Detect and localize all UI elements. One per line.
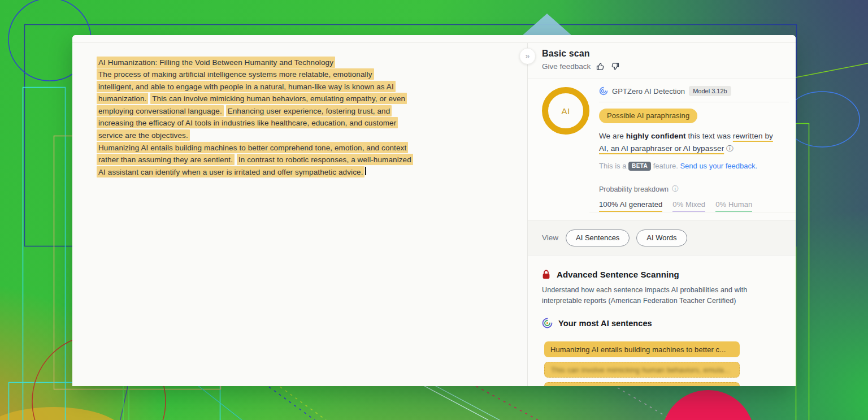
crimson-circle-shape bbox=[662, 390, 754, 420]
light-diagonal2-shape bbox=[431, 383, 500, 420]
view-buttons: AI SentencesAI Words bbox=[566, 230, 687, 246]
cyan-rect2-shape bbox=[9, 383, 220, 420]
ai-sentence-chip[interactable]: Humanizing AI entails building machines … bbox=[544, 341, 740, 357]
advanced-scanning-title: Advanced Sentence Scanning bbox=[557, 270, 679, 279]
app-window: AI Humanization: Filling the Void Betwee… bbox=[72, 35, 796, 386]
highlighted-text: Enhancing user experience, fostering tru… bbox=[226, 105, 392, 116]
ai-sentence-chips: Humanizing AI entails building machines … bbox=[544, 341, 782, 386]
ai-sentence-text: Humanizing AI entails building machines … bbox=[550, 345, 726, 354]
document-line: rather than assuming they are sentient. … bbox=[97, 154, 510, 166]
verdict-badge: Possible AI paraphrasing bbox=[599, 109, 697, 123]
highlighted-text: Humanizing AI entails building machines … bbox=[97, 142, 408, 153]
green-rect-shape bbox=[796, 124, 809, 420]
info-icon[interactable]: ⓘ bbox=[672, 184, 679, 194]
detection-summary: We are highly confident this text was re… bbox=[599, 130, 781, 155]
green-line-shape bbox=[796, 63, 868, 77]
lock-icon bbox=[542, 270, 550, 279]
scan-title: Basic scan bbox=[542, 49, 796, 59]
highlighted-text: AI assistant can identify when a user is… bbox=[97, 166, 364, 177]
collapse-panel-button[interactable]: » bbox=[519, 48, 536, 64]
ai-score-label: AI bbox=[562, 106, 570, 116]
triangle-shape bbox=[523, 14, 571, 35]
crimson-dash-shape bbox=[471, 383, 538, 420]
text-caret bbox=[365, 167, 366, 175]
document-lines: AI Humanization: Filling the Void Betwee… bbox=[97, 56, 510, 178]
ai-sentence-chip[interactable]: This can involve mimicking human behavio… bbox=[544, 362, 740, 378]
probability-stat: 0% Mixed bbox=[672, 200, 705, 212]
advanced-scanning-section: Advanced Sentence Scanning Understand ho… bbox=[528, 256, 796, 386]
ai-sentence-text: This can involve mimicking human behavio… bbox=[551, 366, 730, 374]
document-line: AI Humanization: Filling the Void Betwee… bbox=[97, 56, 510, 68]
highlighted-text: intelligent, and able to engage with peo… bbox=[97, 81, 396, 92]
panel-topbar bbox=[72, 35, 796, 43]
scan-header-section: Basic scan Give feedback bbox=[528, 43, 796, 79]
give-feedback-label: Give feedback bbox=[542, 62, 591, 71]
document-line: AI assistant can identify when a user is… bbox=[97, 166, 510, 178]
detection-section: AI GPTZero AI Detection Model 3.12b bbox=[528, 79, 796, 220]
document-line: increasing the efficacy of AI tools in i… bbox=[97, 117, 510, 129]
highlighted-text: service are the objectives. bbox=[97, 129, 190, 141]
highlighted-text: AI Humanization: Filling the Void Betwee… bbox=[97, 57, 335, 68]
probability-breakdown: 100% AI generated0% Mixed0% Human bbox=[599, 200, 789, 212]
highlighted-text: The process of making artificial intelli… bbox=[97, 68, 374, 80]
teal-diagonal-shape bbox=[195, 383, 242, 420]
probability-breakdown-label: Probability breakdown bbox=[599, 185, 669, 193]
probability-stat: 0% Human bbox=[715, 200, 752, 212]
gptzero-logo-icon bbox=[599, 86, 608, 96]
document-editor[interactable]: AI Humanization: Filling the Void Betwee… bbox=[72, 43, 527, 386]
document-line: The process of making artificial intelli… bbox=[97, 68, 510, 81]
highlighted-text: In contrast to robotic responses, a well… bbox=[237, 154, 413, 165]
beta-note: This is a BETA feature. Send us your fee… bbox=[599, 162, 789, 170]
model-version-badge: Model 3.12b bbox=[689, 86, 731, 96]
probability-stat: 100% AI generated bbox=[599, 200, 662, 212]
deep-scan-icon bbox=[542, 318, 553, 328]
thumbs-down-icon[interactable] bbox=[610, 62, 620, 71]
thumbs-up-icon[interactable] bbox=[596, 62, 605, 71]
blue-dash-bottom-shape bbox=[264, 383, 315, 420]
view-ai-sentences-button[interactable]: AI Sentences bbox=[566, 230, 630, 246]
view-label: View bbox=[542, 233, 558, 242]
yellow-blob-shape bbox=[0, 407, 124, 420]
ai-sentence-chip[interactable] bbox=[544, 382, 740, 386]
view-switch-row: View AI SentencesAI Words bbox=[528, 220, 796, 256]
provider-name: GPTZero AI Detection bbox=[612, 87, 685, 96]
highlighted-text: employing conversational language. bbox=[97, 105, 224, 116]
info-icon[interactable]: ⓘ bbox=[726, 145, 734, 153]
highlighted-text: humanization. bbox=[97, 93, 148, 104]
document-line: humanization. This can involve mimicking… bbox=[97, 93, 510, 105]
document-line: intelligent, and able to engage with peo… bbox=[97, 80, 510, 93]
view-ai-words-button[interactable]: AI Words bbox=[636, 230, 687, 246]
highlighted-text: rather than assuming they are sentient. bbox=[97, 154, 235, 165]
document-line: employing conversational language. Enhan… bbox=[97, 105, 510, 117]
document-line: Humanizing AI entails building machines … bbox=[97, 141, 510, 154]
most-ai-sentences-title: Your most AI sentences bbox=[558, 319, 652, 328]
gray-dash-shape bbox=[618, 388, 681, 420]
confidence-emphasis: highly confident bbox=[626, 132, 686, 140]
ai-score-donut: AI bbox=[542, 87, 589, 135]
light-diagonal-shape bbox=[419, 383, 488, 420]
blue-ellipse-shape bbox=[785, 92, 860, 147]
highlighted-text: increasing the efficacy of AI tools in i… bbox=[97, 117, 398, 128]
lime-dash-bottom-shape bbox=[275, 383, 326, 420]
beta-badge: BETA bbox=[628, 162, 651, 171]
document-line: service are the objectives. bbox=[97, 129, 510, 142]
cyan-rect-shape bbox=[23, 88, 66, 420]
advanced-scanning-description: Understand how each sentence impacts AI … bbox=[542, 285, 752, 306]
send-feedback-link[interactable]: Send us your feedback. bbox=[680, 162, 757, 170]
divider bbox=[589, 213, 796, 213]
results-panel: » Basic scan Give feedback bbox=[527, 43, 796, 386]
highlighted-text: This can involve mimicking human behavio… bbox=[150, 93, 407, 104]
